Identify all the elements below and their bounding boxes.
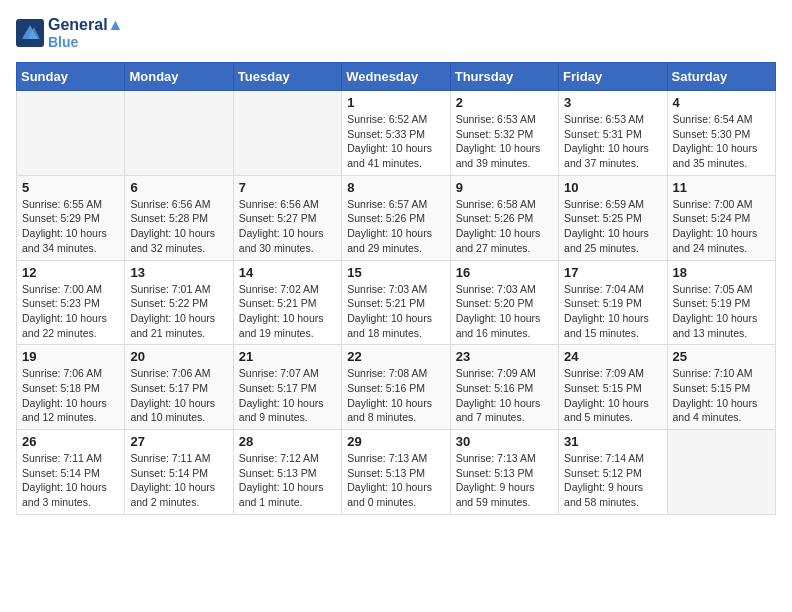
calendar-cell: [667, 430, 775, 515]
day-number: 3: [564, 95, 661, 110]
day-number: 2: [456, 95, 553, 110]
calendar-cell: 26Sunrise: 7:11 AMSunset: 5:14 PMDayligh…: [17, 430, 125, 515]
day-info: Sunrise: 7:08 AMSunset: 5:16 PMDaylight:…: [347, 366, 444, 425]
day-info: Sunrise: 7:01 AMSunset: 5:22 PMDaylight:…: [130, 282, 227, 341]
calendar-cell: [233, 91, 341, 176]
calendar-cell: 23Sunrise: 7:09 AMSunset: 5:16 PMDayligh…: [450, 345, 558, 430]
day-number: 13: [130, 265, 227, 280]
calendar-cell: 14Sunrise: 7:02 AMSunset: 5:21 PMDayligh…: [233, 260, 341, 345]
day-info: Sunrise: 6:57 AMSunset: 5:26 PMDaylight:…: [347, 197, 444, 256]
day-number: 27: [130, 434, 227, 449]
day-number: 7: [239, 180, 336, 195]
day-info: Sunrise: 7:00 AMSunset: 5:23 PMDaylight:…: [22, 282, 119, 341]
logo: General▲ Blue: [16, 16, 123, 50]
calendar-cell: 21Sunrise: 7:07 AMSunset: 5:17 PMDayligh…: [233, 345, 341, 430]
day-info: Sunrise: 6:54 AMSunset: 5:30 PMDaylight:…: [673, 112, 770, 171]
day-number: 31: [564, 434, 661, 449]
calendar-header-row: SundayMondayTuesdayWednesdayThursdayFrid…: [17, 63, 776, 91]
calendar-cell: 4Sunrise: 6:54 AMSunset: 5:30 PMDaylight…: [667, 91, 775, 176]
calendar-week-row: 19Sunrise: 7:06 AMSunset: 5:18 PMDayligh…: [17, 345, 776, 430]
calendar-week-row: 5Sunrise: 6:55 AMSunset: 5:29 PMDaylight…: [17, 175, 776, 260]
day-info: Sunrise: 6:56 AMSunset: 5:27 PMDaylight:…: [239, 197, 336, 256]
day-header-thursday: Thursday: [450, 63, 558, 91]
logo-text: General▲ Blue: [48, 16, 123, 50]
calendar-cell: 16Sunrise: 7:03 AMSunset: 5:20 PMDayligh…: [450, 260, 558, 345]
day-number: 24: [564, 349, 661, 364]
day-info: Sunrise: 7:02 AMSunset: 5:21 PMDaylight:…: [239, 282, 336, 341]
day-info: Sunrise: 7:13 AMSunset: 5:13 PMDaylight:…: [456, 451, 553, 510]
calendar-cell: 30Sunrise: 7:13 AMSunset: 5:13 PMDayligh…: [450, 430, 558, 515]
day-info: Sunrise: 7:09 AMSunset: 5:15 PMDaylight:…: [564, 366, 661, 425]
day-number: 17: [564, 265, 661, 280]
calendar-cell: 5Sunrise: 6:55 AMSunset: 5:29 PMDaylight…: [17, 175, 125, 260]
day-number: 16: [456, 265, 553, 280]
calendar-cell: 13Sunrise: 7:01 AMSunset: 5:22 PMDayligh…: [125, 260, 233, 345]
calendar-table: SundayMondayTuesdayWednesdayThursdayFrid…: [16, 62, 776, 515]
day-number: 5: [22, 180, 119, 195]
calendar-cell: 6Sunrise: 6:56 AMSunset: 5:28 PMDaylight…: [125, 175, 233, 260]
calendar-cell: 18Sunrise: 7:05 AMSunset: 5:19 PMDayligh…: [667, 260, 775, 345]
day-number: 25: [673, 349, 770, 364]
calendar-cell: 7Sunrise: 6:56 AMSunset: 5:27 PMDaylight…: [233, 175, 341, 260]
calendar-cell: 3Sunrise: 6:53 AMSunset: 5:31 PMDaylight…: [559, 91, 667, 176]
calendar-cell: 25Sunrise: 7:10 AMSunset: 5:15 PMDayligh…: [667, 345, 775, 430]
day-number: 28: [239, 434, 336, 449]
day-info: Sunrise: 6:52 AMSunset: 5:33 PMDaylight:…: [347, 112, 444, 171]
calendar-week-row: 12Sunrise: 7:00 AMSunset: 5:23 PMDayligh…: [17, 260, 776, 345]
day-number: 30: [456, 434, 553, 449]
calendar-cell: 12Sunrise: 7:00 AMSunset: 5:23 PMDayligh…: [17, 260, 125, 345]
day-number: 20: [130, 349, 227, 364]
calendar-cell: [125, 91, 233, 176]
day-info: Sunrise: 6:53 AMSunset: 5:32 PMDaylight:…: [456, 112, 553, 171]
calendar-cell: 24Sunrise: 7:09 AMSunset: 5:15 PMDayligh…: [559, 345, 667, 430]
day-info: Sunrise: 6:56 AMSunset: 5:28 PMDaylight:…: [130, 197, 227, 256]
day-info: Sunrise: 7:03 AMSunset: 5:21 PMDaylight:…: [347, 282, 444, 341]
day-header-tuesday: Tuesday: [233, 63, 341, 91]
calendar-cell: 10Sunrise: 6:59 AMSunset: 5:25 PMDayligh…: [559, 175, 667, 260]
day-number: 11: [673, 180, 770, 195]
day-info: Sunrise: 7:03 AMSunset: 5:20 PMDaylight:…: [456, 282, 553, 341]
day-info: Sunrise: 7:00 AMSunset: 5:24 PMDaylight:…: [673, 197, 770, 256]
calendar-cell: 11Sunrise: 7:00 AMSunset: 5:24 PMDayligh…: [667, 175, 775, 260]
day-header-sunday: Sunday: [17, 63, 125, 91]
day-info: Sunrise: 6:53 AMSunset: 5:31 PMDaylight:…: [564, 112, 661, 171]
day-number: 9: [456, 180, 553, 195]
day-info: Sunrise: 6:59 AMSunset: 5:25 PMDaylight:…: [564, 197, 661, 256]
day-info: Sunrise: 7:13 AMSunset: 5:13 PMDaylight:…: [347, 451, 444, 510]
day-number: 1: [347, 95, 444, 110]
day-number: 8: [347, 180, 444, 195]
day-header-saturday: Saturday: [667, 63, 775, 91]
page-header: General▲ Blue: [16, 16, 776, 50]
day-number: 18: [673, 265, 770, 280]
calendar-cell: 29Sunrise: 7:13 AMSunset: 5:13 PMDayligh…: [342, 430, 450, 515]
day-info: Sunrise: 7:05 AMSunset: 5:19 PMDaylight:…: [673, 282, 770, 341]
calendar-cell: 1Sunrise: 6:52 AMSunset: 5:33 PMDaylight…: [342, 91, 450, 176]
day-number: 19: [22, 349, 119, 364]
day-header-wednesday: Wednesday: [342, 63, 450, 91]
calendar-cell: 8Sunrise: 6:57 AMSunset: 5:26 PMDaylight…: [342, 175, 450, 260]
day-header-friday: Friday: [559, 63, 667, 91]
day-info: Sunrise: 7:06 AMSunset: 5:18 PMDaylight:…: [22, 366, 119, 425]
calendar-cell: 31Sunrise: 7:14 AMSunset: 5:12 PMDayligh…: [559, 430, 667, 515]
calendar-cell: 28Sunrise: 7:12 AMSunset: 5:13 PMDayligh…: [233, 430, 341, 515]
day-info: Sunrise: 7:11 AMSunset: 5:14 PMDaylight:…: [130, 451, 227, 510]
day-number: 22: [347, 349, 444, 364]
calendar-cell: 22Sunrise: 7:08 AMSunset: 5:16 PMDayligh…: [342, 345, 450, 430]
logo-icon: [16, 19, 44, 47]
day-number: 12: [22, 265, 119, 280]
calendar-cell: 9Sunrise: 6:58 AMSunset: 5:26 PMDaylight…: [450, 175, 558, 260]
calendar-cell: 27Sunrise: 7:11 AMSunset: 5:14 PMDayligh…: [125, 430, 233, 515]
day-info: Sunrise: 7:11 AMSunset: 5:14 PMDaylight:…: [22, 451, 119, 510]
day-number: 10: [564, 180, 661, 195]
day-number: 4: [673, 95, 770, 110]
day-info: Sunrise: 7:06 AMSunset: 5:17 PMDaylight:…: [130, 366, 227, 425]
day-info: Sunrise: 7:09 AMSunset: 5:16 PMDaylight:…: [456, 366, 553, 425]
calendar-cell: 20Sunrise: 7:06 AMSunset: 5:17 PMDayligh…: [125, 345, 233, 430]
calendar-cell: 19Sunrise: 7:06 AMSunset: 5:18 PMDayligh…: [17, 345, 125, 430]
day-info: Sunrise: 7:04 AMSunset: 5:19 PMDaylight:…: [564, 282, 661, 341]
calendar-cell: [17, 91, 125, 176]
day-number: 15: [347, 265, 444, 280]
day-number: 14: [239, 265, 336, 280]
day-header-monday: Monday: [125, 63, 233, 91]
calendar-cell: 15Sunrise: 7:03 AMSunset: 5:21 PMDayligh…: [342, 260, 450, 345]
